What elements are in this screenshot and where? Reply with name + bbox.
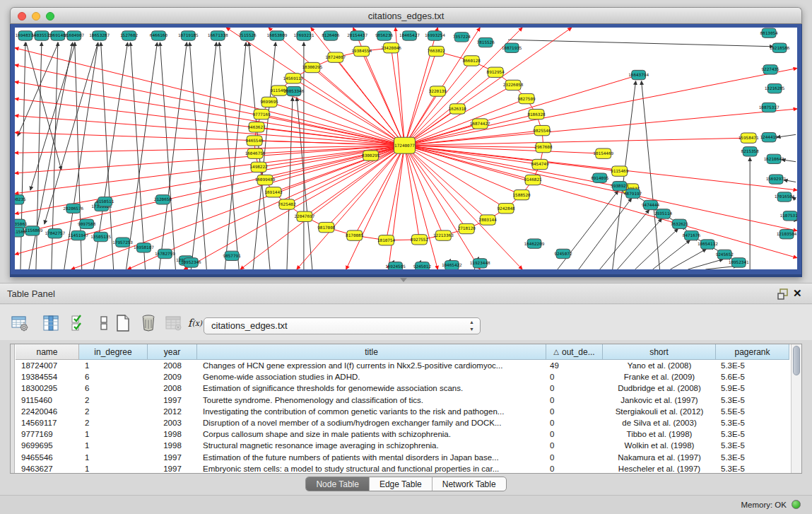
vertical-scrollbar[interactable] (791, 344, 801, 473)
column-header-in_degree[interactable]: in_degree (79, 344, 148, 360)
network-node[interactable]: 9699695 (260, 97, 278, 107)
table-cell[interactable]: Dudbridge et al. (2008) (603, 382, 716, 394)
network-node[interactable]: 2718120 (458, 223, 476, 233)
network-node[interactable]: 10719185 (178, 31, 199, 40)
table-cell[interactable]: 2 (79, 417, 148, 428)
tab-node-table[interactable]: Node Table (306, 477, 370, 491)
network-node[interactable]: 9097588 (78, 219, 96, 228)
table-settings-icon[interactable] (10, 313, 30, 333)
network-node[interactable]: 20154437 (347, 31, 367, 40)
table-cell[interactable]: 5.3E-5 (716, 395, 789, 406)
table-cell[interactable]: 0 (546, 371, 603, 382)
table-cell[interactable]: 5.3E-5 (716, 440, 789, 451)
network-edge[interactable] (508, 40, 773, 47)
network-edge[interactable] (126, 42, 158, 269)
function-builder-icon[interactable]: f(x) (185, 313, 205, 333)
network-node[interactable]: 19384554 (351, 46, 372, 56)
network-edge[interactable] (777, 134, 796, 137)
network-node[interactable]: 23420046 (381, 43, 401, 53)
table-cell[interactable]: Franke et al. (2009) (603, 371, 716, 382)
network-node[interactable]: 16993254 (425, 31, 445, 40)
network-node[interactable]: 11451947 (68, 230, 88, 240)
tab-network-table[interactable]: Network Table (433, 477, 506, 491)
network-edge[interactable] (618, 218, 662, 269)
new-table-icon[interactable] (113, 313, 133, 333)
network-node[interactable]: 9245012 (413, 262, 432, 269)
network-node[interactable]: 8186328 (527, 109, 546, 119)
network-node[interactable]: 16053809 (267, 31, 288, 40)
table-cell[interactable]: 1998 (148, 428, 197, 440)
network-node[interactable]: 8813054 (760, 28, 779, 37)
network-node[interactable]: 3220139 (429, 86, 447, 96)
network-node[interactable]: 16924505 (385, 262, 406, 269)
network-node[interactable]: 9474444 (642, 200, 660, 209)
table-cell[interactable]: 0 (546, 395, 603, 406)
network-node[interactable]: 9115469 (611, 166, 629, 176)
table-cell[interactable]: Tourette syndrome. Phenomenology and cla… (197, 395, 546, 406)
network-node[interactable]: 8300295 (362, 151, 380, 160)
table-cell[interactable]: 19384554 (16, 371, 79, 382)
table-row[interactable]: 1830029562008Estimation of significance … (16, 382, 789, 394)
network-node[interactable]: 8471676 (683, 230, 701, 240)
network-node[interactable]: 16099489 (255, 175, 276, 185)
network-edge[interactable] (405, 146, 467, 229)
table-cell[interactable]: 9463627 (16, 463, 79, 474)
table-cell[interactable]: Changes of HCN gene expression and I(f) … (197, 360, 546, 371)
network-node[interactable]: 5938923 (611, 181, 629, 190)
table-cell[interactable]: Estimation of the future numbers of pati… (197, 452, 546, 463)
network-node[interactable]: 9245072 (554, 249, 572, 258)
table-cell[interactable]: 1 (79, 428, 148, 440)
network-node[interactable]: 1626310 (449, 104, 467, 114)
table-cell[interactable]: Stergiakouli et al. (2012) (603, 406, 716, 417)
network-node[interactable]: 1527602 (120, 31, 139, 40)
network-edge[interactable] (273, 146, 404, 192)
table-cell[interactable]: 0 (546, 417, 603, 428)
network-node[interactable]: 15958471 (739, 133, 759, 143)
table-cell[interactable]: 1 (79, 452, 148, 463)
table-cell[interactable]: 5.9E-5 (716, 382, 789, 394)
table-cell[interactable]: 0 (546, 406, 603, 417)
network-node[interactable]: 10653287 (89, 31, 110, 40)
table-cell[interactable]: 18300295 (16, 382, 79, 394)
network-node[interactable]: 1810754 (377, 235, 396, 245)
network-node[interactable]: 1691443 (264, 187, 283, 197)
network-node[interactable]: 8914095 (591, 173, 609, 182)
network-node[interactable]: 11604907 (64, 31, 84, 40)
network-node[interactable]: 10465422 (442, 261, 462, 269)
network-node[interactable]: 11075317 (780, 211, 797, 221)
table-cell[interactable]: Wolkin et al. (1998) (603, 440, 716, 451)
table-row[interactable]: 1456911722003Disruption of a novel membe… (16, 417, 789, 428)
table-cell[interactable]: Investigating the contribution of common… (197, 406, 546, 417)
network-node[interactable]: 10154469 (593, 148, 613, 158)
tab-edge-table[interactable]: Edge Table (370, 477, 433, 491)
network-edge[interactable] (405, 85, 514, 145)
network-node[interactable]: 13505135 (90, 232, 111, 241)
column-header-title[interactable]: title (197, 344, 546, 360)
table-cell[interactable]: 5.3E-5 (716, 360, 789, 371)
table-cell[interactable]: 1 (79, 463, 148, 474)
network-node[interactable]: 7357224 (453, 33, 471, 42)
table-cell[interactable]: 6 (79, 371, 148, 382)
table-cell[interactable]: 5.5E-5 (716, 406, 789, 417)
network-edge[interactable] (293, 78, 405, 146)
network-edge[interactable] (15, 65, 405, 146)
network-node[interactable]: 12103504 (777, 229, 797, 238)
network-node[interactable]: 16462209 (524, 239, 545, 248)
network-edge[interactable] (405, 146, 438, 269)
table-row[interactable]: 2242004622012Investigating the contribut… (16, 406, 789, 417)
table-cell[interactable]: Disruption of a novel member of a sodium… (197, 417, 546, 428)
table-row[interactable]: 969969511998Structural magnetic resonanc… (16, 440, 789, 451)
close-panel-icon[interactable]: ✕ (793, 287, 802, 300)
network-edge[interactable] (30, 42, 76, 190)
table-cell[interactable]: 2012 (148, 406, 197, 417)
network-node[interactable]: 6466160 (150, 31, 168, 40)
table-cell[interactable]: 1998 (148, 440, 197, 451)
network-node[interactable]: 9465546 (245, 136, 264, 146)
table-cell[interactable]: Tibbo et al. (1998) (603, 428, 716, 440)
network-edge[interactable] (642, 81, 660, 269)
table-row[interactable]: 911546021997Tourette syndrome. Phenomeno… (16, 395, 789, 406)
network-node[interactable]: 10952346 (181, 258, 201, 267)
network-node[interactable]: 19218586 (770, 43, 790, 52)
table-cell[interactable]: Corpus callosum shape and size in male p… (197, 428, 546, 440)
network-edge[interactable] (405, 52, 437, 146)
